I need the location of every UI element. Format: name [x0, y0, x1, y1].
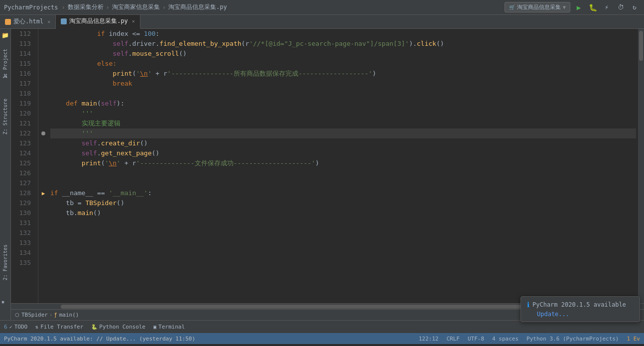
run-controls: 🛒 淘宝商品信息采集 ▼ ▶ 🐛 ⚡ ⏱ ↻: [505, 2, 640, 13]
structure-label[interactable]: Z: Structure: [2, 99, 8, 134]
code-line-118: [50, 89, 636, 99]
breadcrumb-tbspider[interactable]: ⬡ TBSpider: [15, 312, 48, 318]
python-version[interactable]: Python 3.6 (PycharmProjects): [526, 336, 619, 342]
file-transfer-btn[interactable]: ⇅ File Transfer: [35, 324, 83, 330]
code-content[interactable]: if index <= 100: self.driver.find_elemen…: [48, 29, 638, 303]
file-encoding[interactable]: UTF-8: [468, 336, 484, 342]
close-tab-html[interactable]: ✕: [47, 19, 50, 24]
notification-popup: ℹ PyCharm 2020.1.5 available Update...: [520, 296, 640, 322]
profile-button[interactable]: ⏱: [615, 2, 626, 13]
code-editor[interactable]: 112 113 114 115 116 117 118 119 120 121 …: [11, 29, 644, 303]
py-file-icon: [61, 18, 67, 24]
fold-arrow[interactable]: ▶: [42, 190, 45, 197]
code-line-115: else:: [50, 59, 636, 69]
code-line-126: [50, 168, 636, 178]
gutter: ▶: [38, 29, 48, 303]
breadcrumb-3[interactable]: 淘宝商品信息采集.py: [168, 3, 227, 11]
code-line-114: self.mouse_scroll(): [50, 49, 636, 59]
notification-title: ℹ PyCharm 2020.1.5 available: [527, 301, 634, 309]
main-layout: 📁 1: Project ≡ Z: Structure 2: Favorites…: [0, 29, 644, 320]
project-panel-icon[interactable]: 📁: [1, 31, 10, 40]
code-line-132: [50, 228, 636, 238]
editor-area: 112 113 114 115 116 117 118 119 120 121 …: [11, 29, 644, 320]
python-console-btn[interactable]: 🐍 Python Console: [91, 324, 145, 330]
status-message: PyCharm 2020.1.5 available: // Update...…: [4, 336, 415, 342]
code-line-135: [50, 258, 636, 268]
file-transfer-icon: ⇅: [35, 324, 38, 330]
v-scrollbar[interactable]: [638, 29, 644, 303]
indent-info[interactable]: 4 spaces: [492, 336, 518, 342]
code-line-134: [50, 248, 636, 258]
close-tab-py[interactable]: ✕: [132, 18, 135, 24]
tab-bar: 爱心.html ✕ 淘宝商品信息采集.py ✕: [0, 15, 644, 29]
code-line-119: def main(self):: [50, 99, 636, 109]
code-line-129: tb = TBSpider(): [50, 198, 636, 208]
update-link[interactable]: Update...: [537, 311, 634, 318]
status-bar: PyCharm 2020.1.5 available: // Update...…: [0, 333, 644, 344]
title-bar: PycharmProjects › 数据采集分析 › 淘宝商家信息采集 › 淘宝…: [0, 0, 644, 15]
run-button[interactable]: ▶: [573, 2, 584, 13]
code-line-128: if __name__ == '__main__':: [50, 188, 636, 198]
h-scroll-thumb[interactable]: [61, 305, 544, 309]
breadcrumb-main[interactable]: ƒ main(): [54, 312, 79, 318]
v-scroll-thumb[interactable]: [639, 31, 643, 61]
todo-btn[interactable]: 6 ✓ TODO: [4, 324, 27, 330]
code-line-124: self.get_next_page(): [50, 148, 636, 158]
code-line-121: 实现主要逻辑: [50, 118, 636, 128]
breadcrumb-1[interactable]: 数据采集分析: [68, 3, 104, 11]
code-line-112: if index <= 100:: [50, 29, 636, 39]
line-separator[interactable]: CRLF: [446, 336, 460, 342]
coverage-button[interactable]: ⚡: [601, 2, 612, 13]
cursor-position[interactable]: 122:12: [419, 336, 439, 342]
python-console-icon: 🐍: [91, 324, 97, 330]
tab-py[interactable]: 淘宝商品信息采集.py ✕: [56, 15, 140, 29]
tab-html[interactable]: 爱心.html ✕: [0, 15, 56, 29]
code-line-131: [50, 218, 636, 228]
code-line-133: [50, 238, 636, 248]
code-line-125: print('\n' + r'--------------文件保存成功-----…: [50, 158, 636, 168]
terminal-icon: ▣: [153, 324, 156, 330]
code-line-120: ''': [50, 109, 636, 118]
code-line-116: print('\n' + r'----------------所有商品数据保存完…: [50, 69, 636, 79]
todo-icon: ✓: [9, 324, 12, 330]
reload-button[interactable]: ↻: [629, 2, 640, 13]
project-label[interactable]: 1: Project: [2, 49, 8, 79]
status-right: 122:12 CRLF UTF-8 4 spaces Python 3.6 (P…: [419, 336, 640, 342]
code-line-130: tb.main(): [50, 208, 636, 218]
code-line-127: [50, 178, 636, 188]
left-sidebar: 📁 1: Project ≡ Z: Structure 2: Favorites…: [0, 29, 11, 320]
code-line-122: ''': [50, 128, 636, 138]
breadcrumb-2[interactable]: 淘宝商家信息采集: [112, 3, 160, 11]
project-name: PycharmProjects: [4, 4, 58, 11]
favorites-label[interactable]: 2: Favorites: [2, 244, 8, 280]
code-line-123: self.create_dir(): [50, 138, 636, 148]
debug-button[interactable]: 🐛: [587, 2, 598, 13]
star-icon[interactable]: ★: [1, 298, 5, 305]
code-line-117: break: [50, 79, 636, 89]
breakpoint-dot[interactable]: [41, 131, 45, 135]
html-file-icon: [5, 19, 11, 25]
code-line-113: self.driver.find_element_by_xpath(r'//*[…: [50, 39, 636, 49]
terminal-btn[interactable]: ▣ Terminal: [153, 324, 185, 330]
line-numbers: 112 113 114 115 116 117 118 119 120 121 …: [11, 29, 38, 303]
info-icon: ℹ: [527, 301, 529, 309]
run-config-selector[interactable]: 🛒 淘宝商品信息采集 ▼: [505, 2, 570, 12]
event-log[interactable]: 1 Ev: [627, 336, 641, 342]
